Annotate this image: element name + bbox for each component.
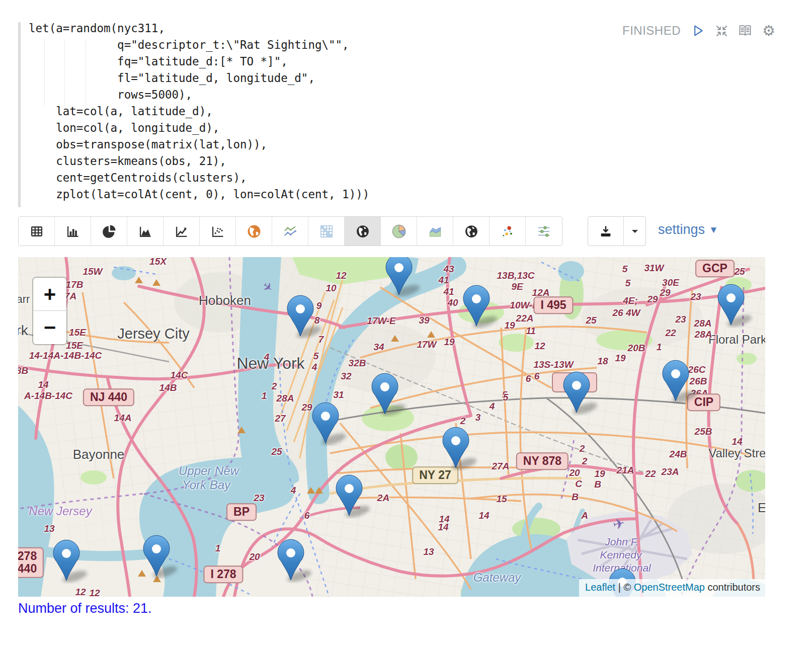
bubble-chart-icon[interactable] <box>490 217 526 246</box>
cluster-marker-pin[interactable] <box>51 538 90 584</box>
map-exit-label: 28A <box>695 329 712 340</box>
map-exit-label: 14-14A-14B-14C <box>29 350 102 361</box>
map-exit-label: 14 <box>732 436 742 447</box>
map-exit-label: 26 4W <box>613 307 640 318</box>
collapse-icon[interactable] <box>714 23 729 38</box>
run-icon[interactable] <box>690 23 705 38</box>
map-exit-label: C <box>575 478 582 490</box>
map-exit-label: 5 <box>503 392 509 403</box>
zoom-in-button[interactable]: + <box>33 278 66 311</box>
map-exit-label: 12 <box>336 270 346 281</box>
world-map-icon[interactable] <box>345 217 381 246</box>
map-exit-label: 4 <box>490 401 495 412</box>
leaflet-link[interactable]: Leaflet <box>585 582 615 593</box>
globe-orange-icon[interactable] <box>236 217 272 246</box>
map-exit-label: 12 <box>89 588 100 597</box>
cluster-marker-pin[interactable] <box>661 359 699 404</box>
map-exit-label: 15 <box>496 494 507 505</box>
pie-chart-color-icon[interactable] <box>381 217 417 246</box>
result-text: Number of results: 21. <box>18 601 152 616</box>
map-exit-label: 6 <box>534 371 540 382</box>
cluster-marker-pin[interactable] <box>310 401 349 446</box>
osm-link[interactable]: OpenStreetMap <box>634 582 705 593</box>
table-icon[interactable] <box>19 217 55 246</box>
map-exit-label: 21A <box>617 465 634 476</box>
zoom-out-button[interactable]: − <box>33 311 66 344</box>
attribution-separator: | © <box>615 582 634 593</box>
bar-chart-icon[interactable] <box>55 217 91 246</box>
map-exit-label: 34 <box>373 342 384 353</box>
cluster-marker-pin[interactable] <box>461 284 500 329</box>
cluster-marker-pin[interactable] <box>441 426 479 471</box>
map-exit-label: 28A <box>277 393 294 404</box>
map-exit-label: 24B <box>670 449 687 460</box>
map-exit-label: A-14B-14C <box>24 390 72 401</box>
cluster-marker-pin[interactable] <box>370 372 408 417</box>
map-exit-label: 25 <box>586 315 596 326</box>
map-airport-label: John F. <box>605 536 638 548</box>
map-place-label: Jersey City <box>117 326 189 342</box>
parallel-coordinates-icon[interactable] <box>526 217 562 246</box>
map-place-label: Valley Stream <box>708 446 765 460</box>
map-exit-label: 23 <box>690 291 701 302</box>
settings-label: settings <box>658 222 705 237</box>
download-icon[interactable] <box>588 217 623 246</box>
cluster-marker-pin[interactable] <box>716 283 754 328</box>
map-exit-label: 5 <box>313 351 319 362</box>
cluster-marker-pin[interactable] <box>141 534 180 579</box>
pie-chart-icon[interactable] <box>91 217 127 246</box>
settings-link[interactable]: settings ▼ <box>658 222 718 237</box>
cluster-marker-pin[interactable] <box>384 257 422 298</box>
multi-line-chart-icon[interactable] <box>272 217 308 246</box>
map-exit-label: 15X <box>149 257 167 267</box>
road-shield: BP <box>226 503 257 521</box>
map-water-label: York Bay <box>182 478 230 492</box>
cluster-marker-pin[interactable] <box>285 294 323 339</box>
leaflet-map[interactable]: ✈ ✈ HobokenJersey CityNew YorkBayonneFlo… <box>18 257 765 597</box>
map-exit-label: 41 <box>438 275 449 286</box>
map-exit-label: 31W <box>644 263 664 274</box>
area-chart-icon[interactable] <box>127 217 164 246</box>
area-chart-color-icon[interactable] <box>417 217 453 246</box>
map-exit-label: 25 <box>734 266 745 277</box>
cluster-marker-pin[interactable] <box>561 370 600 416</box>
scatter-plot-icon[interactable] <box>200 217 236 246</box>
line-chart-icon[interactable] <box>164 217 200 246</box>
map-exit-label: 27 <box>275 413 285 424</box>
chart-type-toolbar <box>18 216 562 246</box>
map-exit-label: 2 <box>580 443 585 454</box>
map-exit-label: 22 <box>665 328 676 339</box>
map-exit-label: 5 <box>502 389 508 400</box>
map-exit-label: 11 <box>526 326 536 337</box>
map-exit-label: 18 <box>597 356 608 367</box>
road-shield: I 278 <box>203 566 243 583</box>
map-exit-label: 13 <box>423 546 434 557</box>
cluster-marker-pin[interactable] <box>276 538 314 583</box>
map-place-label: Bayonne <box>73 447 125 462</box>
map-exit-label: 2 <box>582 456 588 467</box>
map-boundary-label: New Jersey <box>29 504 92 518</box>
world-map2-icon[interactable] <box>453 217 490 246</box>
map-exit-label: 1 <box>657 342 662 353</box>
gear-icon[interactable]: ⚙ <box>761 23 776 38</box>
map-exit-label: 17W <box>417 339 436 350</box>
cluster-marker-pin[interactable] <box>334 473 372 519</box>
code-editor[interactable]: let(a=random(nyc311, q="descriptor_t:\"R… <box>29 20 369 203</box>
matrix-chart-icon[interactable] <box>308 217 345 246</box>
map-exit-label: 22 <box>645 468 656 479</box>
caret-down-icon[interactable] <box>623 217 645 246</box>
map-exit-label: 14A <box>114 413 132 424</box>
download-group <box>588 216 646 246</box>
attribution-contributors: contributors <box>705 582 760 593</box>
map-exit-label: 6 <box>304 510 310 521</box>
map-exit-label: 3 <box>475 412 481 423</box>
road-shield: I 495 <box>533 296 573 314</box>
paragraph-gutter <box>18 22 21 207</box>
map-exit-label: 1 <box>262 390 267 401</box>
road-shield: NY 878 <box>516 452 569 470</box>
map-exit-label: 8B <box>18 365 28 376</box>
map-exit-label: 39 <box>419 315 429 326</box>
road-shield: 278 440 <box>18 547 44 578</box>
caret-down-icon: ▼ <box>709 224 718 235</box>
book-icon[interactable] <box>738 23 753 38</box>
